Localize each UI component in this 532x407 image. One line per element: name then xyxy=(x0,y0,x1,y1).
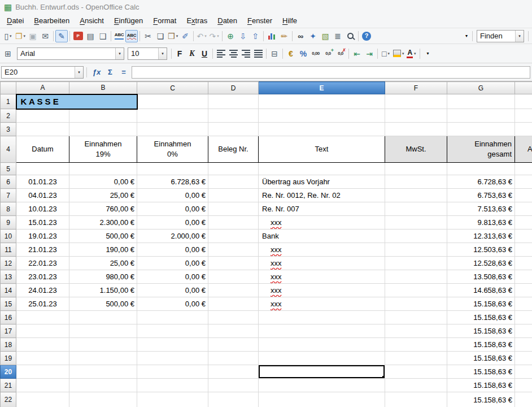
menu-datei[interactable]: Datei xyxy=(2,15,29,27)
new-document-icon[interactable]: ▯▾ xyxy=(2,30,14,42)
cell-D2[interactable] xyxy=(208,109,259,123)
cell-C5[interactable] xyxy=(137,163,208,175)
cell-G8[interactable]: 7.513,63 € xyxy=(447,202,515,216)
open-document-icon[interactable]: ❐▾ xyxy=(14,30,27,42)
column-header-H[interactable] xyxy=(515,82,532,94)
cell-E19[interactable] xyxy=(259,352,385,365)
page-preview-icon[interactable]: ❑ xyxy=(97,30,109,42)
cell-H6[interactable] xyxy=(515,175,532,189)
cell-E15[interactable]: xxx xyxy=(259,297,385,311)
row-header-16[interactable]: 16 xyxy=(1,311,16,324)
cell-B22[interactable] xyxy=(69,392,137,407)
menu-daten[interactable]: Daten xyxy=(212,15,242,27)
row-header-14[interactable]: 14 xyxy=(1,284,16,297)
cell-D16[interactable] xyxy=(208,311,259,324)
cell-F3[interactable] xyxy=(385,123,447,136)
row-header-11[interactable]: 11 xyxy=(1,243,16,257)
cell-A18[interactable] xyxy=(16,338,69,352)
cell-C20[interactable] xyxy=(137,365,208,379)
row-header-7[interactable]: 7 xyxy=(1,189,16,202)
cell-B15[interactable]: 500,00 € xyxy=(69,297,137,311)
cell-D13[interactable] xyxy=(208,270,259,284)
cell-F14[interactable] xyxy=(385,284,447,297)
decrease-indent-button[interactable]: ⇤ xyxy=(351,47,363,60)
cell-E12[interactable]: xxx xyxy=(259,257,385,270)
menu-bearbeiten[interactable]: Bearbeiten xyxy=(29,15,75,27)
cell-A12[interactable]: 22.01.23 xyxy=(16,257,69,270)
cell-H7[interactable] xyxy=(515,189,532,202)
cell-B3[interactable] xyxy=(69,123,137,136)
row-header-20[interactable]: 20 xyxy=(1,365,16,379)
row-header-2[interactable]: 2 xyxy=(1,109,16,123)
cell-F13[interactable] xyxy=(385,270,447,284)
cell-B20[interactable] xyxy=(69,365,137,379)
column-header-B[interactable]: B xyxy=(69,82,137,94)
row-header-9[interactable]: 9 xyxy=(1,216,16,230)
find-combobox[interactable]: Finden ▾ xyxy=(477,30,524,42)
cell-D5[interactable] xyxy=(208,163,259,175)
cell-D14[interactable] xyxy=(208,284,259,297)
row-header-8[interactable]: 8 xyxy=(1,202,16,216)
cell-F19[interactable] xyxy=(385,352,447,365)
cell-H11[interactable] xyxy=(515,243,532,257)
cell-C13[interactable]: 0,00 € xyxy=(137,270,208,284)
cell-H14[interactable] xyxy=(515,284,532,297)
cell-H9[interactable] xyxy=(515,216,532,230)
cell-F5[interactable] xyxy=(385,163,447,175)
cell-G16[interactable]: 15.158,63 € xyxy=(447,311,515,324)
cell-H3[interactable] xyxy=(515,123,532,136)
row-header-1[interactable]: 1 xyxy=(1,94,16,109)
cell-C6[interactable]: 6.728,63 € xyxy=(137,175,208,189)
cell-B21[interactable] xyxy=(69,379,137,392)
cell-H12[interactable] xyxy=(515,257,532,270)
cell-E7[interactable]: Re. Nr. 0012, Re. Nr. 02 xyxy=(259,189,385,202)
align-left-button[interactable] xyxy=(215,47,227,60)
undo-icon[interactable]: ↶▾ xyxy=(195,30,208,42)
menu-ansicht[interactable]: Ansicht xyxy=(75,15,109,27)
row-header-17[interactable]: 17 xyxy=(1,324,16,338)
cell-B11[interactable]: 190,00 € xyxy=(69,243,137,257)
spellcheck-icon[interactable]: ABC xyxy=(113,30,125,42)
column-header-C[interactable]: C xyxy=(137,82,208,94)
cell-G11[interactable]: 12.503,63 € xyxy=(447,243,515,257)
cell-C22[interactable] xyxy=(137,392,208,407)
cell-B2[interactable] xyxy=(69,109,137,123)
borders-button-dropdown[interactable]: ▾ xyxy=(387,51,390,55)
row-header-18[interactable]: 18 xyxy=(1,338,16,352)
sort-descending-icon[interactable]: ⇧ xyxy=(249,30,261,42)
sum-button[interactable]: Σ xyxy=(103,66,117,79)
cell-D9[interactable] xyxy=(208,216,259,230)
autospellcheck-icon[interactable]: ABC xyxy=(125,30,138,42)
cell-E6[interactable]: Übertrag aus Vorjahr xyxy=(259,175,385,189)
row-header-13[interactable]: 13 xyxy=(1,270,16,284)
cell-A15[interactable]: 25.01.23 xyxy=(16,297,69,311)
cell-D8[interactable] xyxy=(208,202,259,216)
cell-A2[interactable] xyxy=(16,109,69,123)
add-decimal-button[interactable]: 0,0+ xyxy=(322,47,334,60)
cell-C1[interactable] xyxy=(137,94,208,109)
cell-B9[interactable]: 2.300,00 € xyxy=(69,216,137,230)
name-box-dropdown-icon[interactable]: ▾ xyxy=(75,67,83,78)
row-header-10[interactable]: 10 xyxy=(1,230,16,243)
number-format-percent-button[interactable]: % xyxy=(297,47,309,60)
new-document-icon-dropdown[interactable]: ▾ xyxy=(10,34,12,38)
equals-button[interactable]: = xyxy=(117,66,130,79)
cell-E22[interactable] xyxy=(259,392,385,407)
cell-G12[interactable]: 12.528,63 € xyxy=(447,257,515,270)
cell-E17[interactable] xyxy=(259,324,385,338)
cell-E9[interactable]: xxx xyxy=(259,216,385,230)
cell-C15[interactable]: 0,00 € xyxy=(137,297,208,311)
cell-C12[interactable]: 0,00 € xyxy=(137,257,208,270)
cell-H2[interactable] xyxy=(515,109,532,123)
cell-A13[interactable]: 23.01.23 xyxy=(16,270,69,284)
row-header-12[interactable]: 12 xyxy=(1,257,16,270)
cell-G6[interactable]: 6.728,63 € xyxy=(447,175,515,189)
menu-fenster[interactable]: Fenster xyxy=(242,15,277,27)
select-all-corner[interactable] xyxy=(1,82,16,94)
toolbar-options-icon[interactable]: ▾ xyxy=(463,30,470,42)
cell-F15[interactable] xyxy=(385,297,447,311)
formula-input[interactable] xyxy=(132,66,530,79)
font-name-combobox[interactable]: Arial ▾ xyxy=(17,47,124,60)
merge-cells-button[interactable]: ⊟ xyxy=(268,47,281,60)
cell-E3[interactable] xyxy=(259,123,385,136)
